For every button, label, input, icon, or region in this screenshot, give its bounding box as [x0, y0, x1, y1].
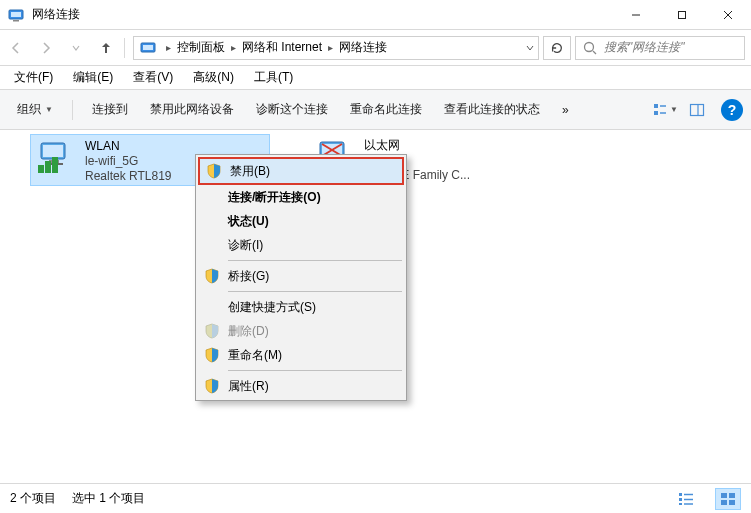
selected-count: 选中 1 个项目 — [72, 490, 145, 507]
up-button[interactable] — [92, 34, 120, 62]
ctx-status[interactable]: 状态(U) — [198, 209, 404, 233]
svg-rect-32 — [679, 503, 682, 505]
disable-device-label: 禁用此网络设备 — [150, 101, 234, 118]
svg-rect-36 — [721, 493, 727, 498]
content-area[interactable]: WLAN le-wifi_5G Realtek RTL819 以太网 被拔出 P… — [0, 130, 751, 483]
shield-icon — [206, 163, 222, 179]
adapter-status: le-wifi_5G — [85, 154, 172, 169]
ctx-disable-label: 禁用(B) — [230, 163, 270, 180]
tiles-view-button[interactable] — [715, 488, 741, 510]
chevron-down-icon: ▼ — [670, 105, 678, 114]
connect-to-label: 连接到 — [92, 101, 128, 118]
svg-rect-30 — [679, 493, 682, 496]
change-view-button[interactable]: ▼ — [651, 98, 679, 122]
refresh-button[interactable] — [543, 36, 571, 60]
rename-label: 重命名此连接 — [350, 101, 422, 118]
ctx-diagnose-label: 诊断(I) — [228, 237, 263, 254]
recent-dropdown[interactable] — [62, 34, 90, 62]
command-bar: 组织▼ 连接到 禁用此网络设备 诊断这个连接 重命名此连接 查看此连接的状态 »… — [0, 90, 751, 130]
organize-button[interactable]: 组织▼ — [8, 96, 62, 123]
search-box[interactable]: 搜索"网络连接" — [575, 36, 745, 60]
adapter-texts: WLAN le-wifi_5G Realtek RTL819 — [85, 139, 172, 184]
maximize-button[interactable] — [659, 0, 705, 30]
ctx-rename[interactable]: 重命名(M) — [198, 343, 404, 367]
breadcrumb-network-connections[interactable]: 网络连接 — [337, 37, 389, 59]
title-bar: 网络连接 — [0, 0, 751, 30]
diagnose-button[interactable]: 诊断这个连接 — [247, 96, 337, 123]
details-view-button[interactable] — [673, 488, 699, 510]
svg-rect-2 — [13, 20, 19, 22]
svg-rect-18 — [43, 145, 63, 157]
chevron-right-icon[interactable]: ▸ — [227, 37, 240, 59]
ctx-connect-label: 连接/断开连接(O) — [228, 189, 321, 206]
svg-rect-21 — [38, 165, 44, 173]
status-bar: 2 个项目 选中 1 个项目 — [0, 483, 751, 513]
context-menu: 禁用(B) 连接/断开连接(O) 状态(U) 诊断(I) 桥接(G) 创建快捷方… — [195, 154, 407, 401]
svg-rect-1 — [11, 12, 21, 17]
organize-label: 组织 — [17, 101, 41, 118]
location-icon — [140, 40, 156, 56]
connect-to-button[interactable]: 连接到 — [83, 96, 137, 123]
shield-icon — [204, 347, 220, 363]
separator — [124, 38, 125, 58]
view-status-button[interactable]: 查看此连接的状态 — [435, 96, 549, 123]
minimize-button[interactable] — [613, 0, 659, 30]
menu-view[interactable]: 查看(V) — [125, 67, 181, 88]
window-title: 网络连接 — [32, 6, 80, 23]
chevron-right-icon[interactable]: ▸ — [324, 37, 337, 59]
chevron-right-icon[interactable]: ▸ — [162, 37, 175, 59]
ctx-status-label: 状态(U) — [228, 213, 269, 230]
rename-button[interactable]: 重命名此连接 — [341, 96, 431, 123]
ctx-delete-label: 删除(D) — [228, 323, 269, 340]
forward-button[interactable] — [32, 34, 60, 62]
svg-rect-39 — [729, 500, 735, 505]
close-button[interactable] — [705, 0, 751, 30]
address-bar[interactable]: ▸ 控制面板 ▸ 网络和 Internet ▸ 网络连接 — [133, 36, 539, 60]
view-status-label: 查看此连接的状态 — [444, 101, 540, 118]
adapter-name: 以太网 — [364, 138, 470, 153]
ctx-connect[interactable]: 连接/断开连接(O) — [198, 185, 404, 209]
search-placeholder: 搜索"网络连接" — [604, 39, 685, 56]
ctx-separator — [228, 260, 402, 261]
breadcrumb-network-internet[interactable]: 网络和 Internet — [240, 37, 324, 59]
help-button[interactable]: ? — [721, 99, 743, 121]
overflow-button[interactable]: » — [553, 98, 578, 122]
nav-bar: ▸ 控制面板 ▸ 网络和 Internet ▸ 网络连接 搜索"网络连接" — [0, 30, 751, 66]
menu-tools[interactable]: 工具(T) — [246, 67, 301, 88]
menu-edit[interactable]: 编辑(E) — [65, 67, 121, 88]
adapter-device: Realtek RTL819 — [85, 169, 172, 184]
svg-rect-12 — [654, 111, 658, 115]
ctx-properties-label: 属性(R) — [228, 378, 269, 395]
menu-bar: 文件(F) 编辑(E) 查看(V) 高级(N) 工具(T) — [0, 66, 751, 90]
app-icon — [8, 7, 24, 23]
separator — [72, 100, 73, 120]
ctx-bridge-label: 桥接(G) — [228, 268, 269, 285]
back-button[interactable] — [2, 34, 30, 62]
svg-rect-4 — [679, 11, 686, 18]
svg-rect-23 — [52, 157, 58, 173]
ctx-separator — [228, 370, 402, 371]
search-icon — [582, 40, 598, 56]
diagnose-label: 诊断这个连接 — [256, 101, 328, 118]
address-dropdown[interactable] — [520, 37, 538, 59]
ctx-disable[interactable]: 禁用(B) — [198, 157, 404, 185]
svg-rect-15 — [691, 104, 704, 115]
ctx-shortcut[interactable]: 创建快捷方式(S) — [198, 295, 404, 319]
ctx-bridge[interactable]: 桥接(G) — [198, 264, 404, 288]
svg-rect-38 — [721, 500, 727, 505]
adapter-name: WLAN — [85, 139, 172, 154]
chevron-down-icon: ▼ — [45, 105, 53, 114]
ctx-diagnose[interactable]: 诊断(I) — [198, 233, 404, 257]
ctx-shortcut-label: 创建快捷方式(S) — [228, 299, 316, 316]
preview-pane-button[interactable] — [683, 98, 711, 122]
svg-rect-11 — [654, 104, 658, 108]
ctx-rename-label: 重命名(M) — [228, 347, 282, 364]
ctx-delete: 删除(D) — [198, 319, 404, 343]
menu-advanced[interactable]: 高级(N) — [185, 67, 242, 88]
breadcrumb-control-panel[interactable]: 控制面板 — [175, 37, 227, 59]
ctx-separator — [228, 291, 402, 292]
disable-device-button[interactable]: 禁用此网络设备 — [141, 96, 243, 123]
ctx-properties[interactable]: 属性(R) — [198, 374, 404, 398]
menu-file[interactable]: 文件(F) — [6, 67, 61, 88]
svg-rect-8 — [143, 45, 153, 50]
